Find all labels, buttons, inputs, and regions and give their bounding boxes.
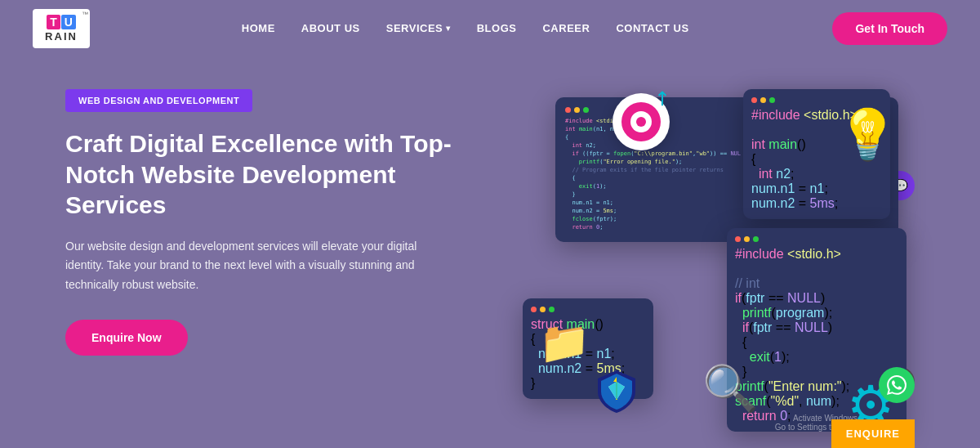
main-nav: HOME ABOUT US SERVICES ▾ BLOGS CAREER CO… [242,22,689,34]
dot-yellow [574,107,580,113]
dot-red [751,97,757,103]
dot-green [583,107,589,113]
chevron-down-icon: ▾ [446,24,451,33]
dot-red [531,307,537,312]
dot-yellow [540,307,546,312]
dot-red [565,107,571,113]
nav-about[interactable]: ABOUT US [301,22,360,34]
dot-yellow [744,236,750,242]
logo: ™ T U RAIN [33,9,98,48]
trademark: ™ [82,11,88,18]
logo-rain: RAIN [45,31,78,42]
hero-description: Our website design and development servi… [65,237,441,295]
search-icon: 🔍 [702,362,759,415]
shield-icon [596,369,637,423]
enquire-badge[interactable]: ENQUIRE [831,419,915,448]
hero-badge: WEB DESIGN AND DEVELOPMENT [65,89,252,112]
dot-green [753,236,759,242]
dot-yellow [760,97,766,103]
nav-career[interactable]: CAREER [542,22,590,34]
enquire-now-button[interactable]: Enquire Now [65,320,188,356]
get-in-touch-button[interactable]: Get In Touch [832,12,947,45]
hero-text-area: WEB DESIGN AND DEVELOPMENT Craft Digital… [65,81,490,356]
nav-services[interactable]: SERVICES ▾ [386,22,451,34]
hero-image-area: 💬 ⬡ ↗ 💡 [506,81,915,448]
whatsapp-button[interactable] [879,367,915,403]
nav-blogs[interactable]: BLOGS [477,22,517,34]
logo-letter-t: T [47,15,60,29]
dot-green [549,307,555,312]
hero-section: WEB DESIGN AND DEVELOPMENT Craft Digital… [0,56,980,448]
dot-green [769,97,775,103]
folder-icon: 📁 [539,319,590,366]
target-decoration: ↗ [612,93,678,159]
lightbulb-decoration: 💡 [837,105,898,164]
nav-home[interactable]: HOME [242,22,275,34]
logo-letter-u: U [61,15,76,29]
header: ™ T U RAIN HOME ABOUT US SERVICES ▾ BLOG… [0,0,980,56]
nav-contact[interactable]: CONTACT US [616,22,688,34]
dot-red [735,236,741,242]
hero-title: Craft Digital Excellence with Top-Notch … [65,128,466,221]
